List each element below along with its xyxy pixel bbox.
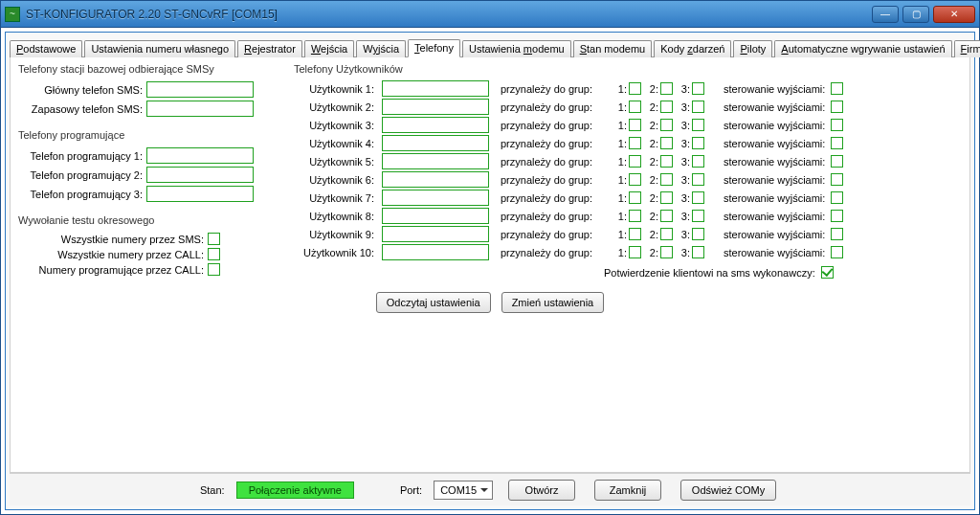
user-input-7[interactable] xyxy=(382,190,489,206)
user-label-7: Użytkownik 7: xyxy=(294,192,376,204)
prog-phone-input-2[interactable] xyxy=(146,186,254,202)
open-port-button[interactable]: Otwórz xyxy=(508,480,575,501)
tab-wejścia[interactable]: Wejścia xyxy=(304,40,354,57)
user-input-5[interactable] xyxy=(382,153,489,169)
tab-automatyczne-wgrywanie-ustawień[interactable]: Automatyczne wgrywanie ustawień xyxy=(774,40,951,57)
user10-group2-checkbox[interactable] xyxy=(660,246,673,258)
user7-group2: 2: xyxy=(647,191,673,204)
user5-group1-checkbox[interactable] xyxy=(629,155,641,168)
user-input-2[interactable] xyxy=(382,99,489,115)
user4-control-checkbox[interactable] xyxy=(831,137,843,149)
user-input-1[interactable] xyxy=(382,80,489,97)
user5-group2-checkbox[interactable] xyxy=(660,155,673,168)
user2-control-checkbox[interactable] xyxy=(831,101,843,113)
user4-group1-checkbox[interactable] xyxy=(629,137,641,149)
user1-control-checkbox[interactable] xyxy=(831,82,843,95)
user6-group3: 3: xyxy=(679,173,704,186)
user9-control-checkbox[interactable] xyxy=(831,228,843,240)
user-input-3[interactable] xyxy=(382,117,489,133)
user5-group3-checkbox[interactable] xyxy=(692,155,704,168)
write-settings-button[interactable]: Zmień ustawienia xyxy=(501,292,605,313)
user4-group2-checkbox[interactable] xyxy=(660,137,673,149)
user9-group3-checkbox[interactable] xyxy=(692,228,704,240)
test-checkbox-1[interactable] xyxy=(208,248,220,260)
tab-telefony[interactable]: Telefony xyxy=(408,39,460,57)
test-row-1: Wszystkie numery przez CALL: xyxy=(18,248,277,260)
confirm-checkbox[interactable] xyxy=(821,266,834,279)
user10-group3-checkbox[interactable] xyxy=(692,246,704,258)
user1-group3-checkbox[interactable] xyxy=(692,82,704,95)
user3-group3: 3: xyxy=(679,119,704,131)
user6-group2-checkbox[interactable] xyxy=(660,173,673,186)
user8-group3: 3: xyxy=(679,210,704,222)
tab-piloty[interactable]: Piloty xyxy=(733,40,772,57)
user8-group3-checkbox[interactable] xyxy=(692,210,704,222)
maximize-button[interactable]: ▢ xyxy=(902,6,929,23)
test-checkbox-2[interactable] xyxy=(208,263,220,276)
user-input-9[interactable] xyxy=(382,226,489,242)
user6-group1-checkbox[interactable] xyxy=(629,173,641,186)
tab-wyjścia[interactable]: Wyjścia xyxy=(356,40,406,57)
user1-group3-label: 3: xyxy=(679,83,690,95)
test-label-1: Wszystkie numery przez CALL: xyxy=(18,249,208,260)
prog-phone-input-1[interactable] xyxy=(146,167,254,183)
tab-stan-modemu[interactable]: Stan modemu xyxy=(573,40,653,57)
user8-group1-checkbox[interactable] xyxy=(629,210,641,222)
test-checkbox-0[interactable] xyxy=(208,233,220,245)
user5-group1-label: 1: xyxy=(615,156,627,168)
user9-group2: 2: xyxy=(647,228,673,240)
user6-control-checkbox[interactable] xyxy=(831,173,843,186)
read-settings-button[interactable]: Odczytaj ustawienia xyxy=(376,292,491,313)
app-window: ~ ST-KONFIGURATOR 2.20 ST-GNCvRF [COM15]… xyxy=(0,0,980,515)
user3-control-checkbox[interactable] xyxy=(831,119,843,131)
user5-group3: 3: xyxy=(679,155,704,168)
user2-group3-checkbox[interactable] xyxy=(692,101,704,113)
user1-group1-checkbox[interactable] xyxy=(629,82,641,95)
user2-group2-checkbox[interactable] xyxy=(660,101,673,113)
user9-group3: 3: xyxy=(679,228,704,240)
user-input-6[interactable] xyxy=(382,171,489,188)
titlebar[interactable]: ~ ST-KONFIGURATOR 2.20 ST-GNCvRF [COM15]… xyxy=(1,1,979,28)
user2-group3: 3: xyxy=(679,101,704,113)
user10-control-checkbox[interactable] xyxy=(831,246,843,258)
sms-phone-input-0[interactable] xyxy=(146,81,254,98)
user-input-4[interactable] xyxy=(382,135,489,151)
user5-control-checkbox[interactable] xyxy=(831,155,843,168)
user6-group2: 2: xyxy=(647,173,673,186)
user8-group2-checkbox[interactable] xyxy=(660,210,673,222)
user7-group1-checkbox[interactable] xyxy=(629,191,641,204)
minimize-button[interactable]: — xyxy=(872,6,899,23)
sms-phone-row-1: Zapasowy telefon SMS: xyxy=(18,101,277,117)
port-select[interactable]: COM15 xyxy=(434,481,493,500)
user4-group3-checkbox[interactable] xyxy=(692,137,704,149)
sms-phone-input-1[interactable] xyxy=(146,101,254,117)
tab-podstawowe[interactable]: Podstawowe xyxy=(10,40,82,57)
tab-firmware[interactable]: Firmware xyxy=(954,40,980,57)
tab-rejestrator[interactable]: Rejestrator xyxy=(237,40,302,57)
user3-group1-checkbox[interactable] xyxy=(629,119,641,131)
user9-group1-checkbox[interactable] xyxy=(629,228,641,240)
user8-control-checkbox[interactable] xyxy=(831,210,843,222)
user3-group2-checkbox[interactable] xyxy=(660,119,673,131)
tab-kody-zdarzeń[interactable]: Kody zdarzeń xyxy=(654,40,731,57)
user6-group3-checkbox[interactable] xyxy=(692,173,704,186)
user7-control-checkbox[interactable] xyxy=(831,191,843,204)
close-button[interactable]: ✕ xyxy=(933,6,975,23)
user2-group1-checkbox[interactable] xyxy=(629,101,641,113)
user3-control-label: sterowanie wyjściami: xyxy=(724,120,825,131)
user10-group1-checkbox[interactable] xyxy=(629,246,641,258)
refresh-com-button[interactable]: Odśwież COMy xyxy=(680,480,776,501)
user7-group2-checkbox[interactable] xyxy=(660,191,673,204)
user7-group3-checkbox[interactable] xyxy=(692,191,704,204)
tab-ustawienia-numeru-własnego[interactable]: Ustawienia numeru własnego xyxy=(84,40,235,57)
user-input-10[interactable] xyxy=(382,244,489,260)
close-port-button[interactable]: Zamknij xyxy=(594,480,661,501)
user-input-8[interactable] xyxy=(382,208,489,224)
tab-ustawienia-modemu[interactable]: Ustawienia modemu xyxy=(462,40,571,57)
pane-buttons: Odczytaj ustawienia Zmień ustawienia xyxy=(18,288,962,315)
user1-group2-checkbox[interactable] xyxy=(660,82,673,95)
prog-phone-input-0[interactable] xyxy=(146,147,254,164)
window-buttons: — ▢ ✕ xyxy=(872,6,975,23)
user9-group2-checkbox[interactable] xyxy=(660,228,673,240)
user3-group3-checkbox[interactable] xyxy=(692,119,704,131)
